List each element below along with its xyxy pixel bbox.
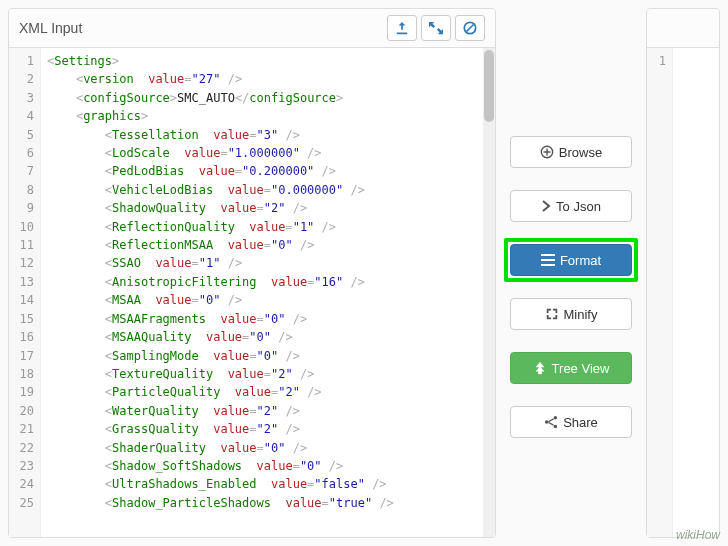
output-editor[interactable]: 1	[647, 48, 719, 537]
tree-view-label: Tree View	[552, 361, 610, 376]
expand-icon	[429, 21, 443, 35]
clear-button[interactable]	[455, 15, 485, 41]
browse-label: Browse	[559, 145, 602, 160]
tree-icon	[533, 361, 547, 375]
list-icon	[541, 254, 555, 266]
format-highlight: Format	[504, 238, 638, 282]
share-button[interactable]: Share	[510, 406, 632, 438]
output-header	[647, 9, 719, 48]
plus-circle-icon	[540, 145, 554, 159]
code-content[interactable]: <Settings> <version value="27" /> <confi…	[41, 48, 495, 537]
svg-line-1	[467, 25, 474, 32]
output-panel: 1	[646, 8, 720, 538]
format-button[interactable]: Format	[510, 244, 632, 276]
code-editor[interactable]: 1234567891011121314151617181920212223242…	[9, 48, 495, 537]
tree-view-button[interactable]: Tree View	[510, 352, 632, 384]
chevron-right-icon	[541, 200, 551, 212]
scroll-thumb[interactable]	[484, 50, 494, 122]
minify-label: Minify	[564, 307, 598, 322]
share-icon	[544, 415, 558, 429]
share-label: Share	[563, 415, 598, 430]
upload-button[interactable]	[387, 15, 417, 41]
upload-icon	[395, 21, 409, 35]
gutter: 1234567891011121314151617181920212223242…	[9, 48, 41, 537]
clear-icon	[463, 21, 477, 35]
expand-button[interactable]	[421, 15, 451, 41]
scrollbar[interactable]	[483, 48, 495, 537]
to-json-label: To Json	[556, 199, 601, 214]
minify-button[interactable]: Minify	[510, 298, 632, 330]
panel-header: XML Input	[9, 9, 495, 48]
browse-button[interactable]: Browse	[510, 136, 632, 168]
output-gutter: 1	[647, 48, 673, 537]
output-code[interactable]	[673, 48, 719, 537]
action-column: Browse To Json Format Minify Tree View S…	[510, 8, 632, 538]
watermark: wikiHow	[676, 528, 720, 542]
format-label: Format	[560, 253, 601, 268]
xml-input-panel: XML Input 123456789101112131415161718192…	[8, 8, 496, 538]
compress-icon	[545, 307, 559, 321]
to-json-button[interactable]: To Json	[510, 190, 632, 222]
panel-title: XML Input	[19, 20, 82, 36]
